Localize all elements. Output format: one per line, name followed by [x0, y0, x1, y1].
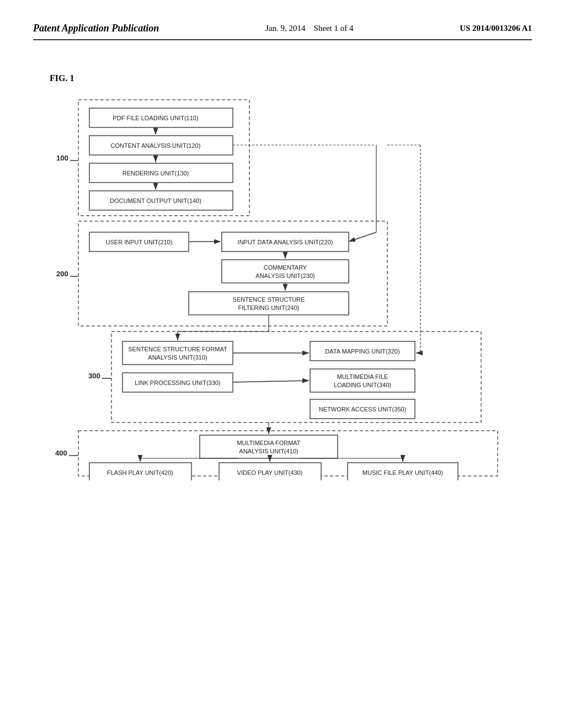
svg-text:USER INPUT UNIT(210): USER INPUT UNIT(210): [106, 239, 173, 245]
page-header: Patent Application Publication Jan. 9, 2…: [33, 22, 532, 40]
svg-text:MULTIMEDIA FORMAT: MULTIMEDIA FORMAT: [237, 440, 300, 446]
svg-text:MULTIMEDIA FILE: MULTIMEDIA FILE: [337, 373, 388, 380]
svg-text:100: 100: [56, 154, 68, 162]
svg-text:MUSIC FILE PLAY UNIT(440): MUSIC FILE PLAY UNIT(440): [363, 469, 443, 476]
header-sheet: Sheet 1 of 4: [313, 24, 353, 33]
header-date-sheet: Jan. 9, 2014 Sheet 1 of 4: [265, 22, 354, 35]
svg-rect-60: [200, 435, 338, 458]
svg-rect-22: [222, 260, 349, 283]
svg-text:LINK PROCESSING UNIT(330): LINK PROCESSING UNIT(330): [135, 379, 220, 386]
svg-text:RENDERING UNIT(130): RENDERING UNIT(130): [122, 170, 189, 176]
svg-text:ANALYSIS UNIT(230): ANALYSIS UNIT(230): [255, 272, 315, 279]
svg-text:COMMENTARY: COMMENTARY: [264, 264, 307, 271]
svg-text:DATA MAPPING UNIT(320): DATA MAPPING UNIT(320): [325, 348, 399, 355]
figure-label: FIG. 1: [50, 73, 532, 83]
svg-text:ANALYSIS UNIT(410): ANALYSIS UNIT(410): [239, 448, 298, 454]
svg-text:ANALYSIS UNIT(310): ANALYSIS UNIT(310): [148, 354, 207, 361]
svg-text:DOCUMENT OUTPUT UNIT(140): DOCUMENT OUTPUT UNIT(140): [110, 197, 201, 204]
svg-text:FILTERING UNIT(240): FILTERING UNIT(240): [238, 304, 299, 311]
svg-text:CONTENT ANALYSIS UNIT(120): CONTENT ANALYSIS UNIT(120): [111, 142, 201, 149]
header-publication-title: Patent Application Publication: [33, 22, 159, 35]
svg-text:200: 200: [56, 270, 68, 278]
svg-line-50: [233, 381, 309, 382]
svg-text:SENTENCE STRUCTURE: SENTENCE STRUCTURE: [233, 296, 305, 303]
patent-diagram: text { font-family: Arial, sans-serif; f…: [45, 94, 520, 483]
diagram-svg: text { font-family: Arial, sans-serif; f…: [45, 94, 520, 480]
svg-text:400: 400: [55, 449, 67, 457]
svg-text:FLASH PLAY UNIT(420): FLASH PLAY UNIT(420): [107, 469, 173, 476]
svg-text:VIDEO PLAY UNIT(430): VIDEO PLAY UNIT(430): [237, 469, 303, 476]
header-date: Jan. 9, 2014: [265, 24, 306, 33]
svg-line-33: [349, 232, 376, 242]
svg-rect-25: [189, 292, 349, 315]
svg-text:300: 300: [88, 372, 100, 380]
svg-text:LOADING UNIT(340): LOADING UNIT(340): [334, 382, 391, 388]
svg-text:NETWORK ACCESS UNIT(350): NETWORK ACCESS UNIT(350): [319, 406, 406, 413]
header-patent-number: US 2014/0013206 A1: [460, 22, 532, 35]
svg-text:SENTENCE STRUCTURE FORMAT: SENTENCE STRUCTURE FORMAT: [128, 346, 227, 352]
svg-text:PDF FILE LOADING UNIT(110): PDF FILE LOADING UNIT(110): [113, 115, 198, 121]
svg-text:INPUT DATA ANALYSIS UNIT(220): INPUT DATA ANALYSIS UNIT(220): [238, 239, 333, 245]
page: Patent Application Publication Jan. 9, 2…: [0, 0, 565, 728]
svg-rect-37: [122, 341, 233, 365]
svg-rect-44: [310, 369, 415, 392]
